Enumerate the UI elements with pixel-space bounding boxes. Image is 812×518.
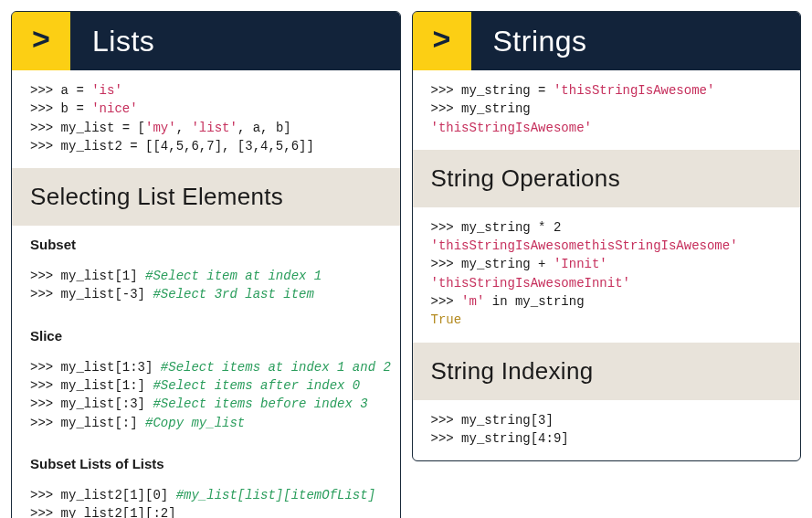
code-str: 'thisStringIsAwesomethisStringIsAwesome' <box>431 238 738 253</box>
code-text: >>> my_list2 = [[4,5,6,7], [3,4,5,6]] <box>30 139 314 153</box>
section-header-string-indexing: String Indexing <box>413 343 801 400</box>
prompt-badge: > <box>12 12 70 70</box>
code-str: 'm' <box>461 294 484 309</box>
code-str: 'Innit' <box>554 257 607 271</box>
code-str: 'my' <box>145 121 176 135</box>
code-text: >>> my_string <box>431 101 531 116</box>
code-line: >>> my_list[-3] #Select 3rd last item <box>30 285 382 303</box>
code-text: >>> my_string * 2 <box>431 220 562 235</box>
code-com: #Select items at index 1 and 2 <box>161 360 391 375</box>
code-text: >>> my_string + <box>431 257 554 271</box>
string-ops-code: >>> my_string * 2'thisStringIsAwesomethi… <box>413 207 801 343</box>
code-com: #Select item at index 1 <box>145 269 322 283</box>
code-true: True <box>431 312 462 327</box>
code-com: #Select items after index 0 <box>153 378 360 393</box>
code-text: >>> my_string = <box>431 83 554 98</box>
code-line: >>> my_list[1:] #Select items after inde… <box>30 376 382 395</box>
sub-header-subset-lists: Subset Lists of Lists <box>12 445 400 475</box>
lists-card: > Lists >>> a = 'is'>>> b = 'nice'>>> my… <box>11 11 401 518</box>
code-line: >>> my_list = ['my', 'list', a, b] <box>30 119 382 137</box>
code-line: 'thisStringIsAwesomethisStringIsAwesome' <box>431 237 783 255</box>
code-text: >>> <box>431 294 462 309</box>
code-text: >>> my_list = [ <box>30 121 145 135</box>
code-line: >>> my_list2[1][:2] <box>30 504 382 518</box>
code-com: #Select items before index 3 <box>153 396 367 411</box>
code-text: , a, b] <box>237 121 291 135</box>
code-line: >>> my_string <box>431 100 783 118</box>
code-line: 'thisStringIsAwesome' <box>431 119 783 137</box>
subset-lists-code: >>> my_list2[1][0] #my_list[list][itemOf… <box>12 475 400 518</box>
code-com: #Copy my_list <box>145 416 245 430</box>
code-text: >>> my_list[:3] <box>30 396 153 411</box>
code-line: True <box>431 311 783 329</box>
code-line: >>> my_string * 2 <box>431 218 783 237</box>
code-line: >>> my_list[:] #Copy my_list <box>30 414 382 432</box>
section-header-selecting: Selecting List Elements <box>12 168 400 226</box>
card-header-lists: > Lists <box>12 12 400 70</box>
prompt-badge: > <box>413 12 471 70</box>
code-text: >>> my_list[1:3] <box>30 360 161 375</box>
subset-code: >>> my_list[1] #Select item at index 1>>… <box>12 256 400 317</box>
code-str: 'thisStringIsAwesome' <box>431 121 592 135</box>
code-line: >>> my_list[:3] #Select items before ind… <box>30 395 382 413</box>
code-line: 'thisStringIsAwesomeInnit' <box>431 274 783 292</box>
code-line: >>> my_list[1:3] #Select items at index … <box>30 358 382 376</box>
strings-card: > Strings >>> my_string = 'thisStringIsA… <box>412 11 802 461</box>
string-indexing-code: >>> my_string[3]>>> my_string[4:9] <box>413 400 801 461</box>
code-text: >>> my_list[1:] <box>30 378 153 393</box>
sub-header-slice: Slice <box>12 317 400 347</box>
code-text: >>> my_list[1] <box>30 269 145 283</box>
code-text: >>> a = <box>30 83 91 98</box>
code-com: #Select 3rd last item <box>153 287 313 301</box>
lists-intro-code: >>> a = 'is'>>> b = 'nice'>>> my_list = … <box>12 70 400 168</box>
code-com: #my_list[list][itemOfList] <box>176 488 375 502</box>
slice-code: >>> my_list[1:3] #Select items at index … <box>12 347 400 445</box>
card-header-strings: > Strings <box>413 12 801 70</box>
code-line: >>> my_string = 'thisStringIsAwesome' <box>431 81 783 100</box>
code-str: 'list' <box>191 121 237 135</box>
sub-header-subset: Subset <box>12 226 400 256</box>
strings-intro-code: >>> my_string = 'thisStringIsAwesome'>>>… <box>413 70 801 150</box>
code-line: >>> b = 'nice' <box>30 100 382 118</box>
card-title-lists: Lists <box>70 12 154 70</box>
section-header-string-ops: String Operations <box>413 150 801 207</box>
code-line: >>> my_list2 = [[4,5,6,7], [3,4,5,6]] <box>30 137 382 155</box>
code-line: >>> 'm' in my_string <box>431 292 783 311</box>
code-line: >>> my_string + 'Innit' <box>431 255 783 273</box>
code-text: >>> b = <box>30 101 91 116</box>
code-str: 'is' <box>91 83 122 98</box>
code-str: 'thisStringIsAwesome' <box>554 83 714 98</box>
code-text: >>> my_string[4:9] <box>431 431 569 446</box>
card-title-strings: Strings <box>471 12 587 70</box>
code-line: >>> my_string[3] <box>431 411 783 429</box>
code-line: >>> a = 'is' <box>30 81 382 100</box>
code-line: >>> my_list2[1][0] #my_list[list][itemOf… <box>30 486 382 504</box>
code-text: >>> my_list2[1][:2] <box>30 506 176 518</box>
code-line: >>> my_list[1] #Select item at index 1 <box>30 267 382 285</box>
code-text: >>> my_list[:] <box>30 416 145 430</box>
code-text: , <box>176 121 192 135</box>
code-text: >>> my_list[-3] <box>30 287 153 301</box>
code-text: >>> my_list2[1][0] <box>30 488 176 502</box>
code-text: in my_string <box>484 294 584 309</box>
code-str: 'nice' <box>91 101 137 116</box>
code-text: >>> my_string[3] <box>431 413 554 428</box>
code-str: 'thisStringIsAwesomeInnit' <box>431 276 630 291</box>
code-line: >>> my_string[4:9] <box>431 429 783 448</box>
